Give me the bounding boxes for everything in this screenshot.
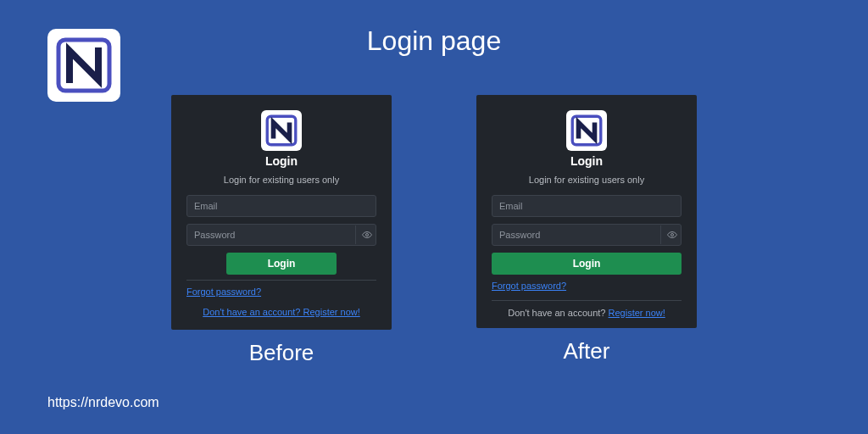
register-link[interactable]: Register now! <box>609 308 665 318</box>
site-url: https://nrdevo.com <box>47 395 159 410</box>
eye-icon <box>362 230 372 240</box>
password-placeholder: Password <box>194 230 235 240</box>
register-prompt: Don't have an account? <box>508 308 605 318</box>
card-logo <box>566 110 607 151</box>
caption-after: After <box>564 338 610 364</box>
login-heading: Login <box>492 154 682 168</box>
toggle-password-visibility[interactable] <box>355 225 374 244</box>
login-subheading: Login for existing users only <box>492 175 682 185</box>
login-button[interactable]: Login <box>226 253 337 275</box>
page-title: Login page <box>367 25 501 57</box>
login-card-after: Login Login for existing users only Emai… <box>476 95 697 328</box>
email-field[interactable]: Email <box>186 195 376 217</box>
n-logo-icon <box>265 114 298 147</box>
svg-point-2 <box>365 234 368 236</box>
email-field[interactable]: Email <box>492 195 682 217</box>
toggle-password-visibility[interactable] <box>660 225 679 244</box>
card-logo-wrap <box>186 110 376 151</box>
divider <box>492 300 682 301</box>
login-heading: Login <box>186 154 376 168</box>
n-logo-icon <box>55 36 113 94</box>
login-button[interactable]: Login <box>492 253 682 275</box>
site-logo <box>47 29 120 102</box>
svg-point-4 <box>670 234 673 236</box>
divider <box>186 280 376 281</box>
password-field[interactable]: Password <box>492 224 682 246</box>
password-placeholder: Password <box>499 230 540 240</box>
email-placeholder: Email <box>194 201 218 211</box>
register-link[interactable]: Don't have an account? Register now! <box>203 307 360 317</box>
forgot-password-link[interactable]: Forgot password? <box>492 281 566 291</box>
card-logo-wrap <box>492 110 682 151</box>
eye-icon <box>667 230 677 240</box>
comparison-row: Login Login for existing users only Emai… <box>171 95 697 366</box>
password-field[interactable]: Password <box>186 224 376 246</box>
caption-before: Before <box>249 340 314 366</box>
login-card-before: Login Login for existing users only Emai… <box>171 95 392 330</box>
forgot-password-link[interactable]: Forgot password? <box>186 287 261 297</box>
login-subheading: Login for existing users only <box>186 175 376 185</box>
n-logo-icon <box>570 114 603 147</box>
card-logo <box>261 110 302 151</box>
email-placeholder: Email <box>499 201 523 211</box>
after-column: Login Login for existing users only Emai… <box>476 95 697 366</box>
before-column: Login Login for existing users only Emai… <box>171 95 392 366</box>
